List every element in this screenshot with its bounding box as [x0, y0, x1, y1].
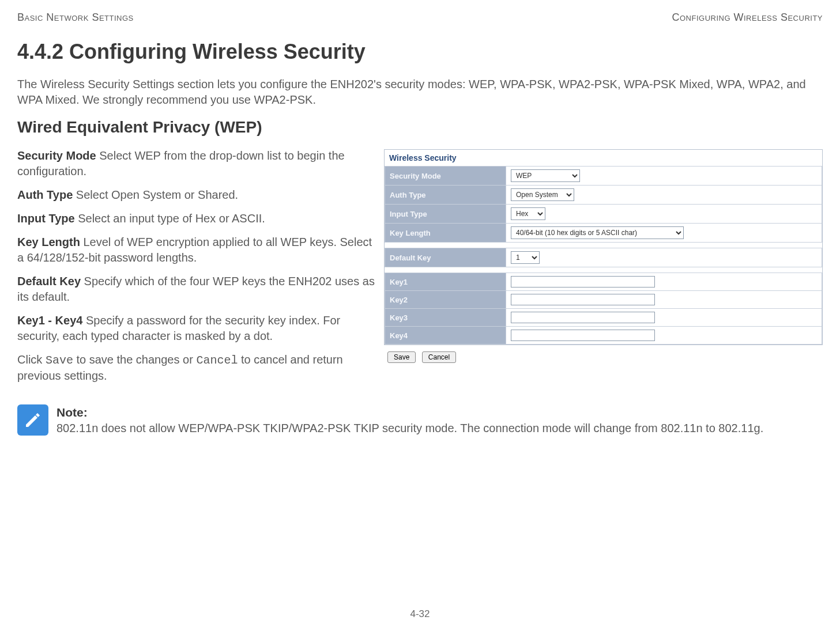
label-security-mode: Security Mode	[385, 167, 506, 186]
row-input-type: Input Type Hex	[385, 205, 822, 224]
term-security-mode: Security Mode	[17, 149, 96, 162]
def-input-type: Input Type Select an input type of Hex o…	[17, 211, 375, 226]
row-security-mode: Security Mode WEP	[385, 167, 822, 186]
row-key2: Key2	[385, 291, 822, 309]
select-security-mode[interactable]: WEP	[511, 169, 580, 182]
note-icon	[17, 404, 48, 436]
text-auth-type: Select Open System or Shared.	[73, 188, 238, 201]
save-cancel-pre: Click	[17, 353, 46, 366]
def-keys: Key1 - Key4 Specify a password for the s…	[17, 313, 375, 344]
save-button[interactable]: Save	[387, 351, 416, 363]
def-key-length: Key Length Level of WEP encryption appli…	[17, 234, 375, 266]
row-key3: Key3	[385, 309, 822, 327]
definitions-column: Security Mode Select WEP from the drop-d…	[17, 148, 375, 392]
label-key-length: Key Length	[385, 224, 506, 243]
row-auth-type: Auth Type Open System	[385, 186, 822, 205]
cancel-word: Cancel	[196, 354, 238, 367]
select-input-type[interactable]: Hex	[511, 207, 545, 220]
label-key4: Key4	[385, 327, 506, 345]
label-auth-type: Auth Type	[385, 186, 506, 205]
section-title: 4.4.2 Configuring Wireless Security	[17, 40, 823, 64]
button-row: Save Cancel	[384, 345, 823, 369]
input-key3[interactable]	[511, 312, 655, 323]
input-key2[interactable]	[511, 294, 655, 305]
text-input-type: Select an input type of Hex or ASCII.	[75, 212, 265, 225]
note-block: Note: 802.11n does not allow WEP/WPA-PSK…	[17, 404, 823, 436]
header-right: Configuring Wireless Security	[672, 12, 823, 24]
input-key1[interactable]	[511, 276, 655, 287]
panel-title: Wireless Security	[385, 150, 822, 166]
label-input-type: Input Type	[385, 205, 506, 224]
row-default-key: Default Key 1	[385, 248, 822, 267]
wireless-security-panel: Wireless Security Security Mode WEP Auth…	[384, 149, 823, 345]
select-auth-type[interactable]: Open System	[511, 188, 574, 201]
header-left: Basic Network Settings	[17, 12, 134, 24]
page-header: Basic Network Settings Configuring Wirel…	[17, 12, 823, 24]
config-panel-column: Wireless Security Security Mode WEP Auth…	[384, 148, 823, 392]
cancel-button[interactable]: Cancel	[422, 351, 456, 363]
def-save-cancel: Click Save to save the changes or Cancel…	[17, 352, 375, 384]
save-word: Save	[46, 354, 73, 367]
row-key-length: Key Length 40/64-bit (10 hex digits or 5…	[385, 224, 822, 243]
select-key-length[interactable]: 40/64-bit (10 hex digits or 5 ASCII char…	[511, 226, 684, 239]
config-table: Security Mode WEP Auth Type Open System …	[385, 166, 822, 345]
note-title: Note:	[56, 404, 763, 421]
term-key-length: Key Length	[17, 236, 80, 248]
subsection-title: Wired Equivalent Privacy (WEP)	[17, 118, 823, 137]
def-security-mode: Security Mode Select WEP from the drop-d…	[17, 148, 375, 179]
row-key1: Key1	[385, 273, 822, 291]
label-key3: Key3	[385, 309, 506, 327]
label-key2: Key2	[385, 291, 506, 309]
page-number: 4-32	[410, 608, 430, 620]
note-text-block: Note: 802.11n does not allow WEP/WPA-PSK…	[56, 404, 763, 436]
select-default-key[interactable]: 1	[511, 251, 540, 264]
label-key1: Key1	[385, 273, 506, 291]
label-default-key: Default Key	[385, 248, 506, 267]
term-default-key: Default Key	[17, 275, 81, 287]
row-key4: Key4	[385, 327, 822, 345]
input-key4[interactable]	[511, 330, 655, 341]
term-auth-type: Auth Type	[17, 188, 73, 201]
def-default-key: Default Key Specify which of the four WE…	[17, 274, 375, 305]
def-auth-type: Auth Type Select Open System or Shared.	[17, 187, 375, 203]
save-cancel-mid: to save the changes or	[73, 353, 196, 366]
term-keys: Key1 - Key4	[17, 314, 82, 327]
term-input-type: Input Type	[17, 212, 75, 225]
intro-paragraph: The Wireless Security Settings section l…	[17, 77, 823, 108]
note-body: 802.11n does not allow WEP/WPA-PSK TKIP/…	[56, 421, 763, 436]
pencil-icon	[21, 408, 44, 432]
